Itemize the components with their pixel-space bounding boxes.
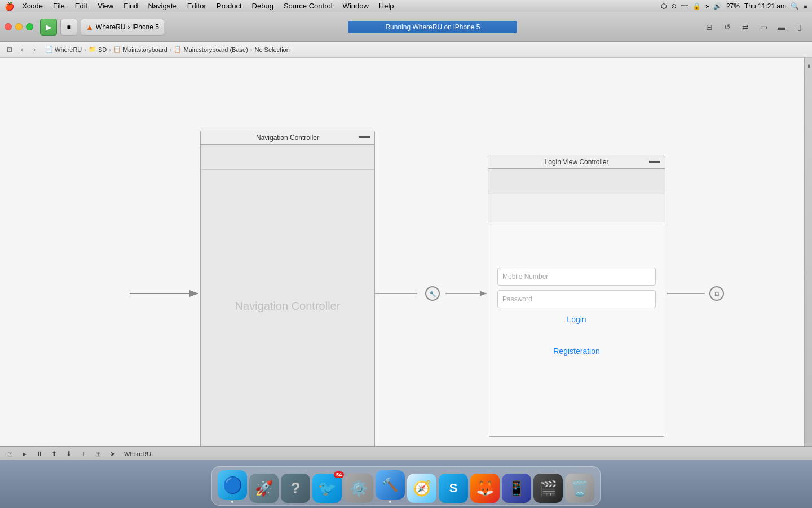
nav-controller-title-bar: Navigation Controller ▬▬: [201, 130, 374, 145]
menu-edit[interactable]: Edit: [70, 2, 92, 10]
media-icon: 🎬: [533, 474, 563, 503]
twitterrific-badge: 54: [334, 471, 344, 478]
bottom-simulate[interactable]: ➤: [107, 449, 118, 459]
debug-btn[interactable]: ▬: [774, 19, 789, 35]
breadcrumb-storyboard-name: Main.storyboard: [123, 46, 167, 53]
login-controller-title-bar: Login View Controller ▬▬: [488, 155, 665, 169]
segue-circle: 🔧: [425, 286, 440, 301]
dock-item-media[interactable]: 🎬: [533, 474, 563, 503]
menu-find[interactable]: Find: [119, 2, 142, 10]
dropbox-icon[interactable]: ⬡: [661, 2, 667, 10]
menu-source-control[interactable]: Source Control: [279, 2, 337, 10]
notification-icon[interactable]: ≡: [804, 2, 807, 10]
dock-item-help[interactable]: ?: [281, 474, 310, 503]
dock-item-rocket[interactable]: 🚀: [249, 474, 279, 503]
bottom-pause-btn[interactable]: ⏸: [34, 449, 45, 459]
breadcrumb-sep3: ›: [170, 46, 172, 53]
editor-version-btn[interactable]: ⇄: [738, 19, 753, 35]
login-nav-bar: [488, 194, 665, 222]
dock-item-trash[interactable]: 🗑️: [565, 474, 594, 503]
bottom-project-name: WhereRU: [124, 450, 151, 457]
login-button[interactable]: Login: [497, 315, 656, 324]
storyboard-icon: 📋: [113, 46, 121, 53]
right-inspector-panel: ≡: [804, 58, 812, 446]
password-field[interactable]: Password: [497, 290, 656, 308]
navigator-btn[interactable]: ▭: [756, 19, 771, 35]
scheme-device-name: iPhone 5: [133, 23, 159, 31]
utilities-btn[interactable]: ▯: [792, 19, 807, 35]
breadcrumb-back-btn[interactable]: ‹: [17, 45, 27, 55]
run-button[interactable]: ▶: [40, 19, 57, 36]
bottom-view-toggle[interactable]: ⊞: [92, 449, 104, 459]
breadcrumb-sep4: ›: [250, 46, 253, 53]
breadcrumb-storyboard[interactable]: 📋 Main.storyboard: [113, 46, 167, 53]
bottom-sidebar-toggle[interactable]: ⊡: [5, 449, 16, 459]
bottom-step-in[interactable]: ⬇: [63, 449, 74, 459]
breadcrumb-folder[interactable]: 📁 SD: [89, 46, 107, 53]
dock-area: 🔵 🚀 ? 🐦 54 ⚙️ 🔨: [0, 460, 812, 508]
finder-icon: 🔵: [218, 470, 247, 500]
dock-item-iosdev[interactable]: 📱: [502, 474, 531, 503]
bottom-step-over[interactable]: ⬆: [48, 449, 60, 459]
breadcrumb-bar: ⊡ ‹ › 📄 WhereRU › 📁 SD › 📋 Main.storyboa…: [0, 42, 812, 58]
dock-item-preferences[interactable]: ⚙️: [344, 474, 373, 503]
minimize-button[interactable]: [15, 23, 23, 30]
stop-button[interactable]: ■: [60, 19, 77, 36]
dock-item-safari[interactable]: 🧭: [407, 474, 436, 503]
storyboard-base-icon: 📋: [174, 46, 182, 53]
wifi-icon[interactable]: 〰: [681, 2, 688, 10]
breadcrumb-sep1: ›: [84, 46, 86, 53]
bottom-step-out[interactable]: ↑: [78, 449, 89, 459]
firefox-icon: 🦊: [470, 474, 500, 503]
menu-product[interactable]: Product: [212, 2, 246, 10]
toolbar: ▶ ■ ▲ WhereRU › iPhone 5 Running WhereRU…: [0, 12, 812, 42]
bottom-filter-btn[interactable]: ▸: [19, 449, 30, 459]
menu-xcode[interactable]: Xcode: [17, 2, 47, 10]
dock-item-finder[interactable]: 🔵: [218, 470, 247, 503]
login-spacer: [497, 331, 656, 340]
menu-help[interactable]: Help: [374, 2, 399, 10]
bluetooth-icon[interactable]: ᚛: [705, 2, 709, 10]
close-button[interactable]: [5, 23, 12, 30]
menu-window[interactable]: Window: [338, 2, 373, 10]
volume-icon[interactable]: 🔊: [713, 2, 722, 10]
scheme-separator: ›: [128, 23, 130, 31]
dock-item-twitterrific[interactable]: 🐦 54: [312, 474, 342, 503]
dock-item-skype[interactable]: S: [439, 474, 468, 503]
breadcrumb-sidebar-toggle[interactable]: ⊡: [5, 45, 15, 55]
breadcrumb-forward-btn[interactable]: ›: [29, 45, 39, 55]
maximize-button[interactable]: [26, 23, 33, 30]
inspector-toggle[interactable]: ≡: [805, 64, 812, 68]
dock: 🔵 🚀 ? 🐦 54 ⚙️ 🔨: [211, 466, 601, 506]
screenrecord-icon[interactable]: ⊙: [671, 2, 677, 10]
mobile-number-placeholder: Mobile Number: [502, 273, 548, 281]
preferences-icon: ⚙️: [344, 474, 373, 503]
spotlight-icon[interactable]: 🔍: [791, 2, 799, 10]
toolbar-right: ⊟ ↺ ⇄ ▭ ▬ ▯: [701, 19, 807, 35]
menu-debug[interactable]: Debug: [248, 2, 278, 10]
menu-view[interactable]: View: [93, 2, 118, 10]
lock-icon[interactable]: 🔒: [692, 2, 701, 10]
menu-editor[interactable]: Editor: [183, 2, 211, 10]
apple-menu[interactable]: 🍎: [5, 2, 14, 11]
nav-controller-box: Navigation Controller ▬▬ Navigation Cont…: [200, 130, 375, 446]
twitterrific-icon: 🐦 54: [312, 474, 342, 503]
login-status-bar: [488, 169, 665, 194]
dock-item-firefox[interactable]: 🦊: [470, 474, 500, 503]
breadcrumb-storyboard-base[interactable]: 📋 Main.storyboard (Base): [174, 46, 248, 53]
menu-navigate[interactable]: Navigate: [143, 2, 181, 10]
register-button[interactable]: Registeration: [497, 347, 656, 356]
dock-item-xcode[interactable]: 🔨: [376, 470, 405, 503]
folder-icon: 📁: [89, 46, 96, 53]
canvas-area[interactable]: Navigation Controller ▬▬ Navigation Cont…: [0, 58, 804, 446]
scheme-selector[interactable]: ▲ WhereRU › iPhone 5: [81, 19, 164, 36]
login-controller-box: Login View Controller ▬▬ Mobile Number P…: [488, 155, 665, 437]
mobile-number-field[interactable]: Mobile Number: [497, 268, 656, 286]
traffic-lights: [5, 23, 33, 30]
editor-standard-btn[interactable]: ⊟: [701, 19, 717, 35]
editor-assistant-btn[interactable]: ↺: [720, 19, 735, 35]
finder-dot: [231, 501, 233, 503]
breadcrumb-project[interactable]: 📄 WhereRU: [45, 46, 82, 53]
menu-file[interactable]: File: [48, 2, 69, 10]
breadcrumb-storyboard-base-name: Main.storyboard (Base): [183, 46, 248, 53]
